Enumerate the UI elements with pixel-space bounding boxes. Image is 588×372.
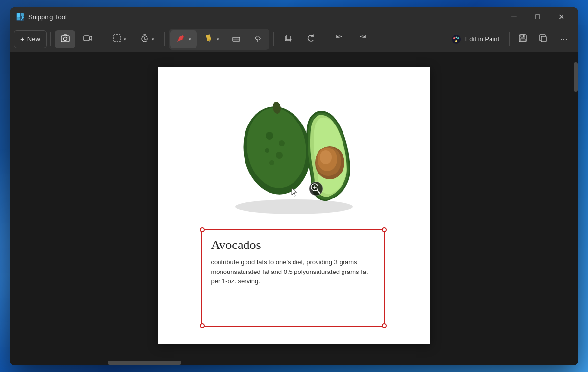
- divider-3: [164, 32, 165, 46]
- region-button[interactable]: ▾: [106, 30, 132, 48]
- title-bar: Snipping Tool ─ □ ✕: [10, 7, 578, 26]
- svg-point-18: [453, 37, 455, 39]
- svg-point-34: [270, 160, 274, 165]
- svg-point-27: [235, 199, 353, 214]
- text-selection-box: Avocados contribute good fats to one's d…: [201, 229, 385, 327]
- save-button[interactable]: [514, 30, 532, 48]
- eraser-icon: [232, 34, 241, 44]
- pen-icon: [176, 33, 186, 45]
- pen-chevron-icon: ▾: [189, 37, 191, 42]
- svg-point-31: [279, 140, 285, 146]
- timer-button[interactable]: ▾: [134, 30, 160, 48]
- redo-icon: [358, 34, 367, 44]
- lasso-icon: [253, 34, 262, 44]
- window-title: Snipping Tool: [28, 13, 503, 21]
- crop-button[interactable]: [278, 30, 298, 48]
- camera-icon: [61, 34, 70, 44]
- divider-1: [50, 32, 51, 46]
- minimize-button[interactable]: ─: [503, 9, 525, 25]
- handle-top-left[interactable]: [200, 227, 205, 232]
- paint-icon: [451, 34, 462, 45]
- svg-point-30: [266, 132, 273, 140]
- copy-button[interactable]: [534, 30, 553, 48]
- video-mode-button[interactable]: [77, 30, 98, 48]
- mouse-cursor: [291, 187, 298, 199]
- more-options-button[interactable]: ⋯: [555, 30, 574, 48]
- svg-point-33: [276, 152, 283, 159]
- timer-icon: [140, 34, 149, 44]
- svg-rect-26: [541, 36, 546, 42]
- highlighter-icon: [204, 33, 214, 45]
- crop-icon: [284, 34, 293, 44]
- app-icon: [16, 12, 24, 21]
- edit-in-paint-label: Edit in Paint: [466, 35, 499, 43]
- svg-rect-10: [113, 35, 120, 42]
- divider-4: [273, 32, 274, 46]
- drawing-tools-group: ▾ ▾: [169, 29, 270, 50]
- divider-6: [509, 32, 510, 46]
- svg-rect-1: [17, 13, 20, 17]
- horizontal-scrollbar-track: [10, 360, 573, 365]
- svg-rect-3: [17, 17, 20, 20]
- handle-bottom-right[interactable]: [382, 323, 387, 328]
- region-icon: [112, 34, 121, 44]
- highlighter-button[interactable]: ▾: [198, 30, 225, 48]
- maximize-button[interactable]: □: [526, 9, 549, 25]
- avocado-title: Avocados: [211, 238, 375, 252]
- rotate-button[interactable]: [300, 30, 321, 48]
- avocado-image-area: [158, 67, 430, 224]
- svg-point-8: [67, 37, 68, 38]
- svg-rect-9: [84, 36, 89, 41]
- svg-point-17: [452, 35, 461, 44]
- svg-marker-12: [177, 41, 178, 42]
- new-label: New: [27, 35, 40, 43]
- canvas-area[interactable]: Avocados contribute good fats to one's d…: [10, 52, 578, 365]
- divider-5: [325, 32, 325, 46]
- svg-point-7: [63, 37, 67, 41]
- vertical-scrollbar[interactable]: [573, 52, 578, 365]
- lasso-button[interactable]: [247, 30, 268, 48]
- more-options-icon: ⋯: [560, 34, 569, 45]
- horizontal-scrollbar-thumb[interactable]: [108, 361, 181, 365]
- redo-button[interactable]: [352, 30, 372, 48]
- rotate-icon: [306, 34, 315, 44]
- handle-top-right[interactable]: [382, 227, 387, 232]
- close-button[interactable]: ✕: [550, 9, 572, 25]
- plus-icon: +: [20, 35, 24, 43]
- copy-icon: [539, 34, 548, 44]
- svg-rect-2: [21, 13, 24, 16]
- toolbar: + New: [10, 26, 578, 52]
- pen-tool-button[interactable]: ▾: [170, 30, 197, 48]
- svg-point-5: [22, 16, 24, 18]
- svg-point-19: [457, 37, 459, 39]
- scrollbar-thumb[interactable]: [574, 62, 578, 92]
- chevron-down-icon: ▾: [124, 37, 126, 42]
- divider-2: [102, 32, 102, 46]
- svg-point-32: [265, 148, 270, 153]
- snip-canvas: Avocados contribute good fats to one's d…: [158, 67, 430, 344]
- screenshot-mode-button[interactable]: [55, 30, 75, 48]
- handle-bottom-left[interactable]: [200, 323, 205, 328]
- svg-rect-25: [523, 35, 524, 37]
- svg-rect-24: [520, 39, 525, 41]
- undo-icon: [335, 34, 344, 44]
- avocado-description: contribute good fats to one's diet, prov…: [211, 257, 375, 286]
- undo-button[interactable]: [329, 30, 350, 48]
- save-icon: [518, 34, 527, 44]
- timer-chevron-icon: ▾: [152, 37, 154, 42]
- edit-in-paint-button[interactable]: Edit in Paint: [445, 30, 505, 48]
- new-button[interactable]: + New: [14, 30, 47, 48]
- svg-point-43: [320, 150, 332, 164]
- title-bar-controls: ─ □ ✕: [503, 9, 572, 25]
- app-window: Snipping Tool ─ □ ✕ + New: [10, 7, 578, 365]
- eraser-button[interactable]: [226, 30, 246, 48]
- video-icon: [83, 34, 92, 44]
- highlighter-chevron-icon: ▾: [217, 37, 219, 42]
- svg-point-20: [455, 40, 457, 42]
- svg-point-21: [455, 36, 457, 38]
